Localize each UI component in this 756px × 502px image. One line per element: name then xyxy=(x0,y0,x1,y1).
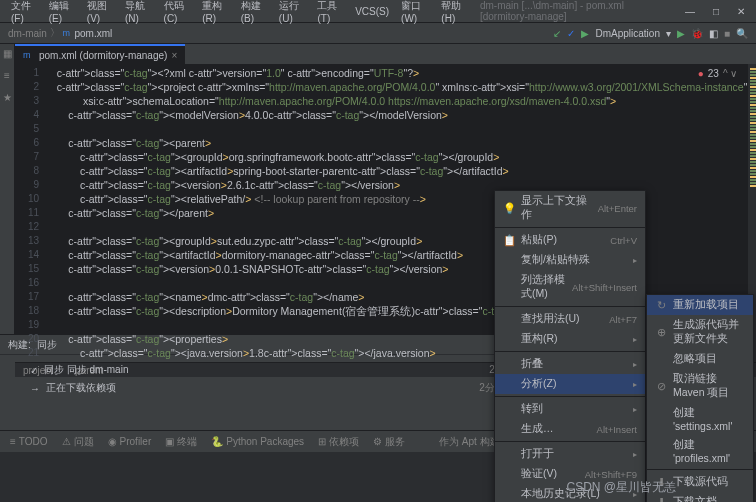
run-config[interactable]: DmApplication xyxy=(595,28,659,39)
git-icon[interactable]: ↙ xyxy=(553,28,561,39)
menu-item[interactable]: 分析(Z)▸ xyxy=(495,374,645,394)
menu-item[interactable]: 转到▸ xyxy=(495,399,645,419)
menu-item[interactable]: 生成…Alt+Insert xyxy=(495,419,645,439)
tab-label: pom.xml (dormitory-manage) xyxy=(39,50,167,61)
sb-problems[interactable]: ⚠ 问题 xyxy=(62,435,94,449)
maximize-icon[interactable]: □ xyxy=(708,4,724,19)
menu-item[interactable]: 💡显示上下文操作Alt+Enter xyxy=(495,191,645,225)
menu-item[interactable]: 查找用法(U)Alt+F7 xyxy=(495,309,645,329)
watermark: CSDN @星川皆无恙 xyxy=(566,479,676,496)
context-menu-main: 💡显示上下文操作Alt+Enter📋粘贴(P)Ctrl+V复制/粘贴特殊▸列选择… xyxy=(494,190,646,502)
menu-item[interactable]: 创建 'settings.xml' xyxy=(647,403,753,435)
error-count: 23 xyxy=(708,68,719,79)
stop-icon[interactable]: ■ xyxy=(724,28,730,39)
minimize-icon[interactable]: — xyxy=(680,4,700,19)
context-menu-maven: ↻重新加载项目⊕生成源代码并更新文件夹忽略项目⊘取消链接 Maven 项目创建 … xyxy=(646,294,754,502)
menu-run[interactable]: 运行(U) xyxy=(274,0,311,26)
close-tab-icon[interactable]: × xyxy=(171,50,177,61)
maven-icon: m xyxy=(62,28,74,38)
structure-tool-icon[interactable]: ≡ xyxy=(0,70,14,84)
menu-file[interactable]: 文件(F) xyxy=(6,0,42,26)
menu-item[interactable]: 忽略项目 xyxy=(647,349,753,369)
left-gutter: ▦ ≡ ★ xyxy=(0,44,15,334)
menu-window[interactable]: 窗口(W) xyxy=(396,0,434,26)
menu-item[interactable]: ↻重新加载项目 xyxy=(647,295,753,315)
sb-todo[interactable]: ≡ TODO xyxy=(10,436,48,447)
sb-services[interactable]: ⚙ 服务 xyxy=(373,435,405,449)
menu-item[interactable]: 打开于▸ xyxy=(495,444,645,464)
menu-item[interactable]: 📋粘贴(P)Ctrl+V xyxy=(495,230,645,250)
menu-item[interactable]: ⊕生成源代码并更新文件夹 xyxy=(647,315,753,349)
sb-terminal[interactable]: ▣ 终端 xyxy=(165,435,197,449)
menu-build[interactable]: 构建(B) xyxy=(236,0,272,26)
debug-icon[interactable]: 🐞 xyxy=(691,28,703,39)
run-button[interactable]: ▶ xyxy=(677,28,685,39)
menubar: 文件(F) 编辑(E) 视图(V) 导航(N) 代码(C) 重构(R) 构建(B… xyxy=(0,0,756,22)
coverage-icon[interactable]: ◧ xyxy=(709,28,718,39)
project-tool-icon[interactable]: ▦ xyxy=(0,48,14,62)
menu-item[interactable]: ⊘取消链接 Maven 项目 xyxy=(647,369,753,403)
maven-icon: m xyxy=(23,50,35,60)
sb-profiler[interactable]: ◉ Profiler xyxy=(108,436,152,447)
bookmark-tool-icon[interactable]: ★ xyxy=(0,92,14,106)
search-icon[interactable]: 🔍 xyxy=(736,28,748,39)
menu-item[interactable]: 列选择模式(M)Alt+Shift+Insert xyxy=(495,270,645,304)
window-title: dm-main [...\dm-main] - pom.xml [dormito… xyxy=(475,0,668,24)
error-icon: ● xyxy=(698,68,704,79)
menu-refactor[interactable]: 重构(R) xyxy=(197,0,234,26)
error-indicator[interactable]: ● 23 ^ ∨ xyxy=(698,68,738,79)
line-numbers: 123456789101112131415161718192021 xyxy=(15,64,45,362)
breadcrumb-root[interactable]: dm-main xyxy=(8,28,47,39)
menu-edit[interactable]: 编辑(E) xyxy=(44,0,80,26)
menu-item[interactable]: 创建 'profiles.xml' xyxy=(647,435,753,467)
breadcrumb-file[interactable]: pom.xml xyxy=(74,28,112,39)
menu-tools[interactable]: 工具(T) xyxy=(312,0,348,26)
menu-code[interactable]: 代码(C) xyxy=(159,0,196,26)
menu-vcs[interactable]: VCS(S) xyxy=(350,4,394,19)
menu-item[interactable]: 折叠▸ xyxy=(495,354,645,374)
sb-python[interactable]: 🐍 Python Packages xyxy=(211,436,304,447)
menu-nav[interactable]: 导航(N) xyxy=(120,0,157,26)
close-icon[interactable]: ✕ xyxy=(732,4,750,19)
menu-item[interactable]: 复制/粘贴特殊▸ xyxy=(495,250,645,270)
tab-pom-xml[interactable]: m pom.xml (dormitory-manage) × xyxy=(15,44,185,64)
run-icon[interactable]: ▶ xyxy=(581,28,589,39)
sb-deps[interactable]: ⊞ 依赖项 xyxy=(318,435,359,449)
menu-view[interactable]: 视图(V) xyxy=(82,0,118,26)
menu-item[interactable]: 重构(R)▸ xyxy=(495,329,645,349)
git-icon2[interactable]: ✓ xyxy=(567,28,575,39)
menu-help[interactable]: 帮助(H) xyxy=(436,0,473,26)
